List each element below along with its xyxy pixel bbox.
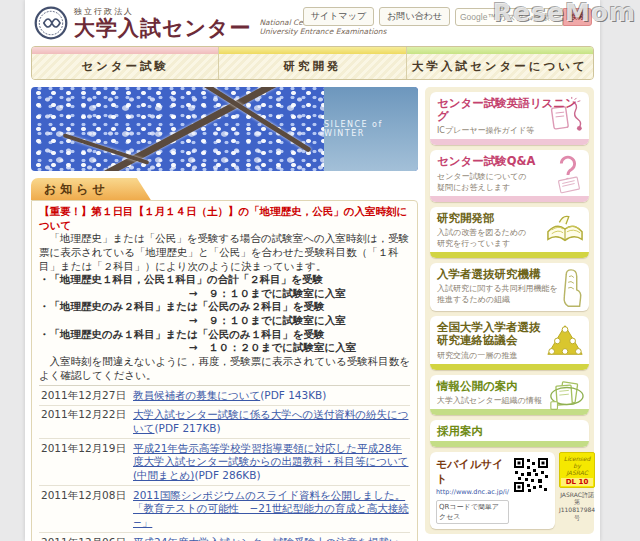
news-date: 2011年12月27日 [41,389,133,403]
rule-result: → ９：１０までに試験室に入室 [39,287,410,301]
tab-accent [407,47,593,54]
card-accent-strip [430,364,589,370]
hero-winter-image: SILENCE of WINTER [31,87,418,171]
news-suffix: (PDF 217KB) [155,422,221,434]
sitemap-link[interactable]: サイトマップ [303,7,374,26]
sidebar: センター試験英語リスニング ICプレーヤー操作ガイド等 センター試験Q&A セン [425,87,594,541]
sidebar-card-english-listening[interactable]: センター試験英語リスニング ICプレーヤー操作ガイド等 [430,92,589,145]
news-date: 2011年12月08日 [41,489,133,530]
page: 独立行政法人 大学入試センター National Center For Univ… [25,0,600,541]
site-title: 大学入試センター [74,17,251,39]
card-accent-strip [430,139,589,145]
news-row: 2011年12月08日 2011国際シンポジウムのスライド資料を公開しました。 … [39,485,410,532]
rule-condition: ・「地理歴史のみ１科目」または「公民のみ１科目」を受験 [39,328,410,342]
jasrac-licensed-text: Licensed by JASRAC [561,455,593,477]
rule-result: → １０：２０までに試験室に入室 [39,341,410,355]
sidebar-card-qa[interactable]: センター試験Q&A センター試験についての 疑問にお答えします [430,150,589,201]
tab-accent [32,47,218,54]
news-link[interactable]: 教員候補者の募集について [133,389,260,401]
news-list: 2011年12月27日 教員候補者の募集について(PDF 143KB) 2011… [39,385,410,541]
sidebar-card-selection-research-org[interactable]: 入学者選抜研究機構 入試研究に関する共同利用機能を 推進するための組織 [430,263,589,311]
qr-code [513,457,549,493]
news-row: 2011年12月06日 平成24年度大学入試センター試験受験上の注意を掲載いたし… [39,532,410,541]
sidebar-card-research-division[interactable]: 研究開発部 入試の改善を図るための 研究を行っています [430,207,589,258]
card-accent-strip [430,441,589,447]
mobile-site-card[interactable]: モバイルサイト http://www.dnc.ac.jp/i/ QRコードで簡単… [430,452,555,529]
jasrac-badge: Licensed by JASRAC DL 10 JASRAC許諾 第J1108… [559,452,595,522]
mobile-site-title: モバイルサイト [436,457,509,487]
header: 独立行政法人 大学入試センター National Center For Univ… [25,0,600,46]
news-link[interactable]: 平成21年告示高等学校学習指導要領に対応した平成28年度大学入試センター試験から… [133,442,408,481]
rule-condition: ・「地理歴史のみ２科目」または「公民のみ２科目」を受験 [39,300,410,314]
notice-box: 【重要！】第１日目【１月１４日（土）】の「地理歴史，公民」の入室時刻について 「… [31,200,418,541]
mobile-site-url: http://www.dnc.ac.jp/i/ [436,488,509,496]
tab-accent [219,47,405,54]
tab-about-center[interactable]: 大学入試センターについて [407,47,593,79]
news-suffix: (PDF 143KB) [260,389,326,401]
jasrac-license-line2: 第J110817984号 [559,498,595,521]
notice-paragraph: 「地理歴史」または「公民」を受験する場合の試験室への入室時刻は，受験票に表示され… [39,232,410,273]
center-logo-icon [33,5,69,41]
news-row: 2011年12月22日 大学入試センター試験に係る大学への送付資料の紛失について… [39,405,410,438]
hero-caption-panel: SILENCE of WINTER [324,87,418,171]
news-date: 2011年12月06日 [41,536,133,541]
search-input[interactable] [455,8,563,26]
important-notice-title: 【重要！】第１日目【１月１４日（土）】の「地理歴史，公民」の入室時刻について [39,205,410,232]
news-link[interactable]: 2011国際シンポジウムのスライド資料を公開しました。 「教育テストの可能性 −… [133,489,409,528]
news-row: 2011年12月19日 平成21年告示高等学校学習指導要領に対応した平成28年度… [39,438,410,485]
sidebar-card-information-disclosure[interactable]: 情報公開の案内 大学入試センター組織の情報 [430,375,589,415]
notice-section-title: お知らせ [31,178,151,200]
card-accent-strip [430,196,589,202]
news-suffix: (PDF 286KB) [194,469,260,481]
contact-link[interactable]: お問い合わせ [379,7,450,26]
card-accent-strip [430,252,589,258]
news-date: 2011年12月19日 [41,442,133,483]
tab-center-exam[interactable]: センター試験 [32,47,219,79]
hero-caption: SILENCE of WINTER [324,120,418,138]
sidebar-card-recruitment[interactable]: 採用案内 [430,420,589,447]
mobile-site-note: QRコードで簡単アクセス [436,500,509,524]
sidebar-card-national-council[interactable]: 全国大学入学者選抜 研究連絡協議会 研究交流の一層の推進 [430,316,589,369]
news-row: 2011年12月27日 教員候補者の募集について(PDF 143KB) [39,385,410,405]
main-nav: センター試験 研究開発 大学入試センターについて [31,46,594,80]
news-link[interactable]: 平成24年度大学入試センター試験受験上の注意を掲載いたしました。 [133,536,400,541]
rule-result: → ９：１０までに試験室に入室 [39,314,410,328]
notice-closing: 入室時刻を間違えないように，再度，受験票に表示されている受験科目数をよく確認して… [39,355,410,382]
jasrac-dl-label: DL 10 [561,478,593,486]
news-date: 2011年12月22日 [41,408,133,435]
rule-condition: ・「地理歴史１科目，公民１科目」の合計「２科目」を受験 [39,273,410,287]
jasrac-license-line1: JASRAC許諾 [559,491,595,499]
branch-graphic [63,133,150,165]
search-button[interactable]: 検索 [563,8,592,26]
tab-research[interactable]: 研究開発 [219,47,406,79]
